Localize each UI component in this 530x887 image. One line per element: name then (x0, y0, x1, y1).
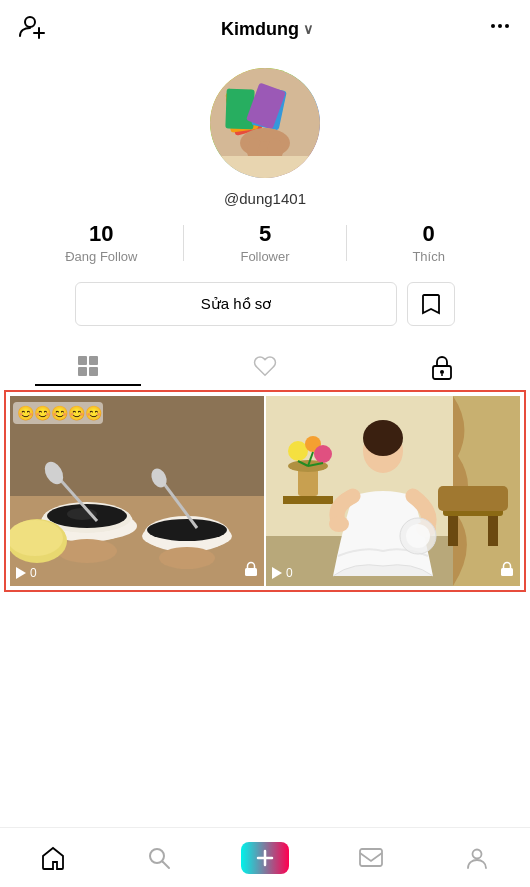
lock-icon (431, 354, 453, 380)
svg-point-36 (147, 519, 227, 541)
tab-liked[interactable] (177, 346, 354, 386)
heart-icon (253, 354, 277, 378)
likes-count: 0 (423, 221, 435, 247)
stats-row: 10 Đang Follow 5 Follower 0 Thích (20, 221, 510, 264)
action-buttons-row: Sửa hồ sơ (75, 282, 455, 326)
add-user-button[interactable] (18, 12, 46, 46)
svg-point-22 (440, 370, 444, 374)
likes-stat: 0 Thích (347, 221, 510, 264)
svg-text:😊😊😊😊😊: 😊😊😊😊😊 (17, 405, 103, 422)
more-options-button[interactable] (488, 14, 512, 44)
svg-point-4 (498, 24, 502, 28)
nav-search[interactable] (106, 845, 212, 871)
video-grid: 😊😊😊😊😊 0 (10, 396, 520, 586)
nav-inbox[interactable] (318, 845, 424, 871)
header: Kimdung ∨ (0, 0, 530, 58)
chevron-down-icon: ∨ (303, 21, 313, 37)
svg-rect-16 (220, 156, 310, 178)
play-icon-2 (272, 567, 282, 579)
video-thumb-1[interactable]: 😊😊😊😊😊 0 (10, 396, 264, 586)
svg-point-5 (505, 24, 509, 28)
play-count-1: 0 (30, 566, 37, 580)
play-count-2: 0 (286, 566, 293, 580)
svg-rect-20 (89, 367, 98, 376)
lock-icon-2 (500, 561, 514, 580)
following-count: 10 (89, 221, 113, 247)
lock-icon-1 (244, 561, 258, 580)
svg-rect-60 (448, 516, 458, 546)
content-area: 😊😊😊😊😊 0 (4, 390, 526, 592)
svg-point-64 (363, 420, 403, 456)
following-stat: 10 Đang Follow (20, 221, 183, 264)
svg-point-55 (314, 445, 332, 463)
following-label: Đang Follow (65, 249, 137, 264)
home-icon (40, 845, 66, 871)
tabs-row (0, 346, 530, 390)
video-play-count-1: 0 (16, 566, 37, 580)
video-thumb-2[interactable]: 0 (266, 396, 520, 586)
svg-point-3 (491, 24, 495, 28)
svg-point-75 (473, 849, 482, 858)
username-title[interactable]: Kimdung ∨ (221, 19, 313, 40)
svg-rect-18 (89, 356, 98, 365)
inbox-icon (358, 845, 384, 871)
svg-rect-69 (501, 568, 513, 576)
svg-line-71 (163, 861, 170, 868)
svg-point-0 (25, 17, 35, 27)
svg-rect-19 (78, 367, 87, 376)
svg-point-65 (329, 516, 349, 532)
likes-label: Thích (412, 249, 445, 264)
bookmark-button[interactable] (407, 282, 455, 326)
play-icon-1 (16, 567, 26, 579)
nav-home[interactable] (0, 845, 106, 871)
video-preview-2 (266, 396, 520, 586)
bottom-nav (0, 827, 530, 887)
svg-rect-62 (438, 486, 508, 511)
grid-icon (76, 354, 100, 378)
svg-rect-17 (78, 356, 87, 365)
svg-rect-45 (245, 568, 257, 576)
add-icon (241, 842, 289, 874)
svg-rect-74 (360, 849, 382, 866)
edit-profile-button[interactable]: Sửa hồ sơ (75, 282, 397, 326)
followers-stat: 5 Follower (184, 221, 347, 264)
svg-rect-50 (283, 496, 333, 504)
nav-profile[interactable] (424, 845, 530, 871)
tab-active-indicator (35, 384, 141, 386)
video-preview-1: 😊😊😊😊😊 (10, 396, 264, 586)
username-text: Kimdung (221, 19, 299, 40)
avatar (210, 68, 320, 178)
profile-nav-icon (464, 845, 490, 871)
svg-point-40 (159, 547, 215, 569)
search-icon (146, 845, 172, 871)
followers-count: 5 (259, 221, 271, 247)
video-play-count-2: 0 (272, 566, 293, 580)
tab-private[interactable] (353, 346, 530, 386)
nav-add[interactable] (212, 842, 318, 874)
svg-point-68 (406, 524, 430, 548)
followers-label: Follower (240, 249, 289, 264)
profile-section: @dung1401 10 Đang Follow 5 Follower 0 Th… (0, 58, 530, 346)
user-handle: @dung1401 (224, 190, 306, 207)
tab-videos[interactable] (0, 346, 177, 386)
svg-rect-61 (488, 516, 498, 546)
